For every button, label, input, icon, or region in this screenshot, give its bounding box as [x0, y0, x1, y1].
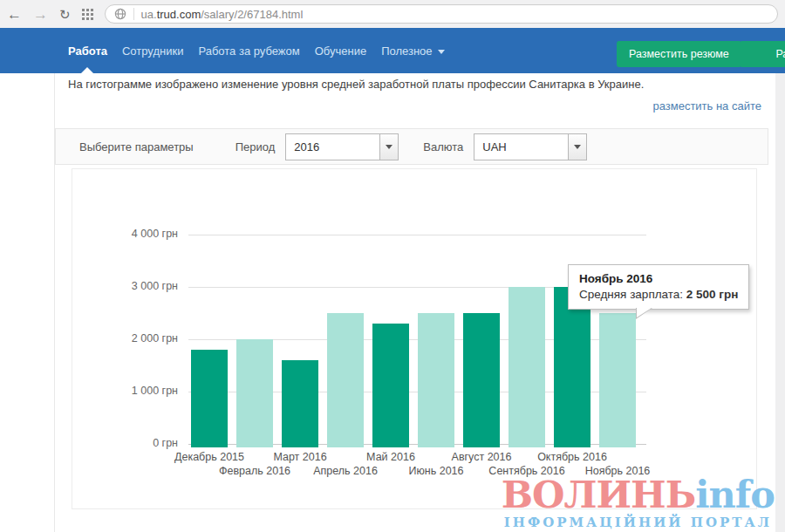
nav-items: РаботаСотрудникиРабота за рубежомОбучени… [68, 28, 445, 73]
salary-chart-card: 4 000 грн3 000 грн2 000 грн1 000 грн0 гр… [72, 168, 757, 509]
url-separator [133, 8, 134, 20]
chart-bar[interactable] [554, 287, 590, 447]
chart-bar[interactable] [191, 350, 228, 447]
tooltip-tail-fill [637, 308, 652, 317]
post-vacancy-button[interactable]: Разместить [740, 41, 785, 67]
url-text: ua.trud.com/salary/2/67184.html [141, 8, 304, 21]
chart-bar[interactable] [418, 313, 454, 447]
chart-bar[interactable] [463, 313, 500, 447]
post-resume-button[interactable]: Разместить резюме [617, 41, 741, 67]
tooltip-title: Ноябрь 2016 [579, 272, 738, 285]
chevron-down-icon [379, 134, 398, 160]
x-axis-label: Апрель 2016 [293, 465, 398, 477]
period-label: Период [236, 140, 276, 153]
chart-bar[interactable] [327, 313, 364, 447]
currency-select-value: UAH [474, 140, 568, 153]
apps-grid-icon[interactable] [82, 9, 93, 20]
nav-item-0[interactable]: Работа [68, 44, 107, 58]
chart-bar[interactable] [599, 313, 636, 447]
chart-bar[interactable] [509, 287, 545, 447]
chart-tooltip: Ноябрь 2016 Средняя зарплата: 2 500 грн [568, 264, 749, 310]
nav-item-4[interactable]: Полезное [381, 44, 444, 58]
y-axis-label: 0 грн [101, 437, 178, 449]
page-description: На гистограмме изображено изменение уров… [68, 78, 644, 91]
filter-bar: Выберите параметры Период 2016 Валюта UA… [55, 128, 768, 165]
main-nav: РаботаСотрудникиРабота за рубежомОбучени… [0, 28, 785, 73]
nav-item-label: Работа за рубежом [198, 44, 299, 58]
back-icon[interactable]: ← [7, 7, 22, 22]
gridline [188, 235, 646, 235]
filter-title: Выберите параметры [79, 140, 194, 153]
chevron-down-icon [438, 50, 445, 54]
browser-window: ← → ↻ ua.trud.com/salary/2/67184.html Ра… [0, 0, 785, 532]
nav-item-label: Работа [68, 44, 107, 58]
watermark-title: ВОЛИНЬinfo [502, 476, 775, 514]
currency-label: Валюта [423, 140, 463, 153]
x-axis-label: Декабрь 2015 [157, 451, 262, 463]
watermark: ВОЛИНЬinfo ІНФОРМАЦІЙНИЙ ПОРТАЛ [502, 476, 775, 529]
browser-chrome: ← → ↻ ua.trud.com/salary/2/67184.html [0, 0, 785, 28]
reload-icon[interactable]: ↻ [59, 8, 71, 21]
scrollbar[interactable] [775, 73, 785, 532]
watermark-subtitle: ІНФОРМАЦІЙНИЙ ПОРТАЛ [502, 516, 775, 529]
y-axis-label: 4 000 грн [101, 228, 178, 240]
y-axis-label: 3 000 грн [101, 280, 178, 292]
nav-item-1[interactable]: Сотрудники [122, 44, 183, 58]
tooltip-text: Средняя зарплата: 2 500 грн [579, 288, 738, 301]
x-axis-label: Август 2016 [429, 451, 534, 463]
nav-item-label: Полезное [381, 44, 432, 58]
nav-item-label: Обучение [315, 44, 366, 58]
x-axis-label: Февраль 2016 [202, 465, 307, 477]
nav-item-label: Сотрудники [122, 44, 183, 58]
url-bar[interactable]: ua.trud.com/salary/2/67184.html [105, 4, 778, 24]
chart-bar[interactable] [372, 324, 409, 447]
chart-bar[interactable] [236, 339, 273, 447]
currency-select[interactable]: UAH [474, 133, 587, 160]
chart-bar[interactable] [282, 360, 318, 447]
y-axis-label: 1 000 грн [101, 385, 178, 397]
nav-item-2[interactable]: Работа за рубежом [198, 44, 299, 58]
x-axis-label: Май 2016 [338, 451, 443, 463]
period-select-value: 2016 [286, 140, 379, 153]
x-axis-label: Март 2016 [248, 451, 352, 463]
nav-item-3[interactable]: Обучение [315, 44, 366, 58]
active-tab-pointer [81, 67, 93, 73]
period-select[interactable]: 2016 [285, 133, 399, 160]
place-on-site-link[interactable]: разместить на сайте [652, 99, 761, 113]
globe-icon [114, 8, 126, 20]
y-axis-label: 2 000 грн [101, 332, 178, 344]
chevron-down-icon [568, 134, 586, 160]
x-axis-label: Октябрь 2016 [520, 451, 625, 463]
x-axis-label: Июнь 2016 [384, 465, 488, 477]
forward-icon[interactable]: → [33, 7, 48, 22]
